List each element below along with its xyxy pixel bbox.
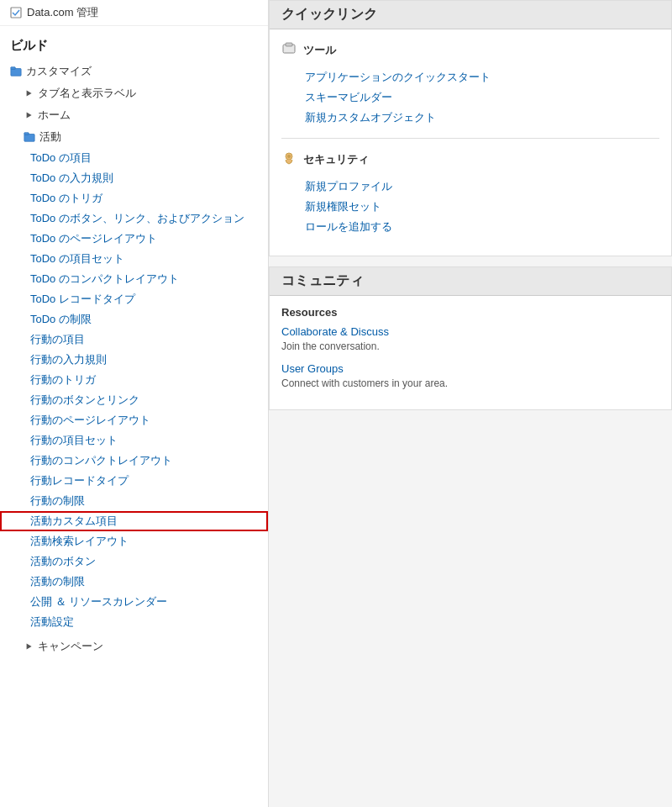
svg-marker-3 (27, 90, 32, 96)
arrow-right-icon (24, 88, 34, 98)
page-wrapper: Data.com 管理 ビルド カスタマイズ タブ名と表示ラベル ホーム (0, 0, 672, 807)
quick-links-section: クイックリンク ツール アプリケーションのクイックスタート (269, 0, 672, 256)
community-header: コミュニティ (270, 267, 671, 296)
sidebar-item-action-limits[interactable]: 行動の制限 (0, 491, 268, 511)
quicklink-schema-builder[interactable]: スキーマビルダー (281, 87, 659, 108)
sidebar-item-activity-search-layout[interactable]: 活動検索レイアウト (0, 531, 268, 551)
resource-collaborate: Collaborate & Discuss Join the conversat… (281, 325, 659, 352)
sidebar-item-todo-rules[interactable]: ToDo の入力規則 (0, 168, 268, 188)
svg-rect-1 (11, 69, 21, 76)
quicklink-new-profile[interactable]: 新規プロファイル (281, 177, 659, 197)
svg-rect-2 (11, 67, 15, 70)
sidebar-item-activity-buttons[interactable]: 活動のボタン (0, 551, 268, 572)
sidebar-item-action-field-sets[interactable]: 行動の項目セット (0, 430, 268, 451)
svg-marker-4 (27, 112, 32, 118)
sidebar-item-todo-buttons[interactable]: ToDo のボタン、リンク、およびアクション (0, 208, 268, 229)
security-label: セキュリティ (303, 152, 369, 167)
community-section: コミュニティ Resources Collaborate & Discuss J… (269, 266, 672, 410)
home-label: ホーム (38, 108, 71, 123)
sidebar-item-tab-labels[interactable]: タブ名と表示ラベル (0, 82, 268, 104)
sidebar-item-action-buttons[interactable]: 行動のボタンとリンク (0, 390, 268, 410)
sidebar-item-todo-limits[interactable]: ToDo の制限 (0, 309, 268, 330)
activities-folder-icon (24, 131, 35, 143)
quick-links-body: ツール アプリケーションのクイックスタート スキーマビルダー 新規カスタムオブジ… (270, 29, 671, 256)
sidebar: Data.com 管理 ビルド カスタマイズ タブ名と表示ラベル ホーム (0, 0, 269, 807)
svg-marker-7 (27, 643, 32, 649)
community-resources: Resources Collaborate & Discuss Join the… (270, 296, 671, 409)
sidebar-item-todo-record-type[interactable]: ToDo レコードタイプ (0, 289, 268, 309)
sidebar-item-todo-field-sets[interactable]: ToDo の項目セット (0, 249, 268, 269)
sidebar-item-campaign[interactable]: キャンペーン (0, 636, 268, 657)
quicklink-new-custom-object[interactable]: 新規カスタムオブジェクト (281, 108, 659, 128)
sidebar-item-public-resource-calendar[interactable]: 公開 ＆ リソースカレンダー (0, 592, 268, 612)
sidebar-item-customize[interactable]: カスタマイズ (0, 61, 268, 82)
svg-rect-6 (24, 133, 29, 135)
sidebar-item-todo-compact-layout[interactable]: ToDo のコンパクトレイアウト (0, 269, 268, 289)
svg-rect-5 (24, 134, 34, 142)
checkbox-icon (10, 7, 22, 18)
sidebar-item-action-rules[interactable]: 行動の入力規則 (0, 350, 268, 370)
tools-label: ツール (303, 43, 336, 58)
user-groups-desc: Connect with customers in your area. (281, 377, 448, 389)
security-group: セキュリティ 新規プロファイル 新規権限セット ロールを追加する (281, 147, 659, 237)
tools-icon (281, 41, 297, 59)
arrow-right-icon-campaign (24, 641, 34, 651)
sidebar-item-activity-settings[interactable]: 活動設定 (0, 612, 268, 632)
sidebar-item-action-record-type[interactable]: 行動レコードタイプ (0, 471, 268, 491)
campaign-label: キャンペーン (38, 639, 103, 654)
quicklink-add-role[interactable]: ロールを追加する (281, 217, 659, 237)
tools-group-title: ツール (281, 38, 659, 62)
resources-label: Resources (281, 306, 659, 319)
sidebar-item-action-page-layout[interactable]: 行動のページレイアウト (0, 410, 268, 430)
sidebar-item-action-items[interactable]: 行動の項目 (0, 330, 268, 350)
tab-labels-label: タブ名と表示ラベル (38, 86, 136, 101)
sidebar-item-activities[interactable]: 活動 (0, 126, 268, 148)
resource-user-groups: User Groups Connect with customers in yo… (281, 362, 659, 389)
sidebar-item-todo-page-layout[interactable]: ToDo のページレイアウト (0, 229, 268, 249)
svg-rect-0 (11, 8, 21, 18)
sidebar-item-activity-custom-fields[interactable]: 活動カスタム項目 (0, 511, 268, 531)
arrow-right-icon-home (24, 110, 34, 120)
divider-1 (281, 138, 659, 139)
collaborate-desc: Join the conversation. (281, 340, 380, 352)
sidebar-top-item-label: Data.com 管理 (27, 5, 98, 20)
build-section-header: ビルド (0, 26, 268, 61)
svg-point-11 (287, 155, 291, 158)
sidebar-item-home[interactable]: ホーム (0, 104, 268, 126)
folder-open-icon (10, 66, 22, 77)
quicklink-new-permission-set[interactable]: 新規権限セット (281, 197, 659, 217)
activities-label: 活動 (39, 129, 61, 145)
sidebar-item-todo-items[interactable]: ToDo の項目 (0, 148, 268, 168)
svg-rect-9 (286, 43, 292, 46)
security-icon (281, 150, 297, 168)
quick-links-header: クイックリンク (270, 1, 671, 29)
sidebar-item-datacom[interactable]: Data.com 管理 (0, 0, 268, 26)
sidebar-item-action-compact-layout[interactable]: 行動のコンパクトレイアウト (0, 451, 268, 471)
sidebar-item-action-triggers[interactable]: 行動のトリガ (0, 370, 268, 390)
customize-label: カスタマイズ (26, 64, 92, 79)
main-content: クイックリンク ツール アプリケーションのクイックスタート (269, 0, 672, 807)
sidebar-item-activity-limits[interactable]: 活動の制限 (0, 572, 268, 592)
tools-group: ツール アプリケーションのクイックスタート スキーマビルダー 新規カスタムオブジ… (281, 38, 659, 128)
security-group-title: セキュリティ (281, 147, 659, 171)
sidebar-item-todo-triggers[interactable]: ToDo のトリガ (0, 188, 268, 208)
user-groups-link[interactable]: User Groups (281, 362, 659, 375)
quicklink-app-quickstart[interactable]: アプリケーションのクイックスタート (281, 67, 659, 87)
collaborate-link[interactable]: Collaborate & Discuss (281, 325, 659, 338)
